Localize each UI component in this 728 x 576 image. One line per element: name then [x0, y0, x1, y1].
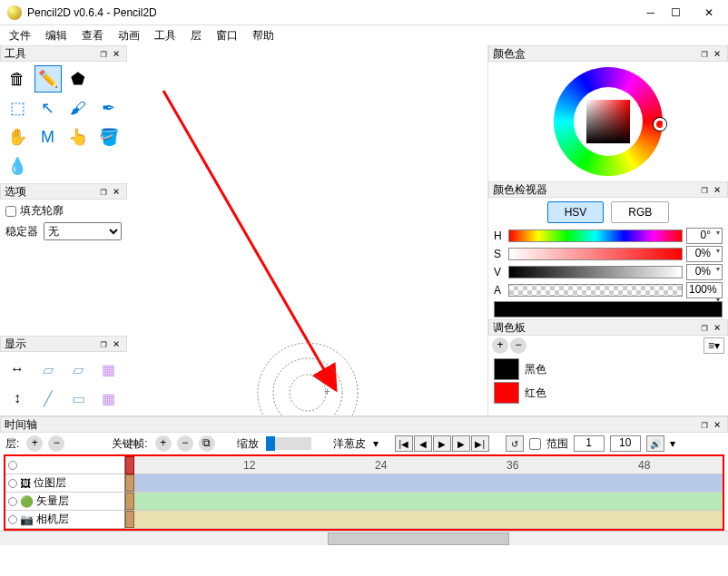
playhead-icon[interactable]	[125, 456, 134, 474]
onion-next-icon[interactable]: ▱	[64, 356, 92, 383]
mirror-v-icon[interactable]: ↕	[4, 385, 31, 412]
sat-slider[interactable]	[508, 248, 683, 260]
goto-start-button[interactable]: |◀	[395, 435, 413, 452]
menu-file[interactable]: 文件	[4, 26, 36, 45]
hue-slider[interactable]	[508, 229, 683, 242]
track-lane[interactable]	[125, 493, 723, 511]
duplicate-keyframe-button[interactable]: ⧉	[199, 435, 215, 452]
onion-prev-icon[interactable]: ▱	[34, 356, 62, 383]
sound-button[interactable]: 🔊	[646, 435, 664, 452]
goto-end-button[interactable]: ▶|	[471, 435, 489, 452]
visibility-icon[interactable]	[8, 497, 17, 506]
track-row[interactable]: 🟢矢量层	[5, 493, 124, 511]
sound-dropdown-icon[interactable]: ▾	[670, 437, 675, 450]
grid-icon[interactable]: ▦	[95, 356, 123, 383]
undock-icon[interactable]: ❐	[97, 337, 110, 350]
track-lane[interactable]	[125, 474, 723, 493]
pencil-tool[interactable]: ✏️	[34, 65, 62, 93]
prev-frame-button[interactable]: ◀	[414, 435, 432, 452]
range-checkbox[interactable]	[529, 438, 541, 450]
visibility-icon[interactable]	[8, 479, 17, 488]
tab-rgb[interactable]: RGB	[611, 201, 669, 223]
track-row[interactable]: 📷相机层	[5, 511, 124, 529]
menu-animation[interactable]: 动画	[113, 26, 145, 45]
undock-icon[interactable]: ❐	[698, 418, 711, 431]
close-button[interactable]: ✕	[697, 6, 721, 19]
overlay-icon[interactable]: ▦	[95, 385, 123, 412]
minimize-button[interactable]: ─	[646, 6, 654, 19]
hue-value[interactable]: 0°	[686, 228, 723, 244]
keyframe-icon[interactable]	[125, 493, 134, 510]
undock-icon[interactable]: ❐	[97, 47, 110, 60]
track-header-row[interactable]	[5, 456, 124, 474]
undock-icon[interactable]: ❐	[698, 183, 711, 196]
timeline-scrollbar[interactable]	[0, 531, 728, 545]
timeline-zoom-slider[interactable]	[266, 437, 311, 450]
loop-button[interactable]: ↺	[506, 435, 524, 452]
bucket-tool[interactable]: 🪣	[95, 123, 123, 151]
stabilizer-select[interactable]: 无	[44, 222, 122, 240]
sat-value[interactable]: 0%	[686, 246, 723, 262]
polyline-tool[interactable]: M	[34, 123, 62, 151]
keyframe-icon[interactable]	[125, 511, 134, 528]
remove-layer-button[interactable]: −	[48, 435, 64, 452]
add-keyframe-button[interactable]: +	[155, 435, 172, 452]
close-panel-icon[interactable]: ×	[110, 185, 123, 198]
close-panel-icon[interactable]: ×	[711, 418, 723, 431]
blank-tool[interactable]	[95, 65, 123, 93]
close-panel-icon[interactable]: ×	[110, 337, 123, 350]
palette-item[interactable]: 红色	[492, 381, 724, 405]
thin-lines-icon[interactable]: ╱	[34, 385, 62, 412]
val-value[interactable]: 0%	[686, 264, 723, 280]
eyedropper-tool[interactable]: 💧	[4, 152, 31, 180]
track-lane[interactable]	[125, 511, 723, 529]
undock-icon[interactable]: ❐	[698, 47, 711, 60]
smudge-tool[interactable]: 👆	[64, 123, 92, 151]
track-row[interactable]: 🖼位图层	[5, 474, 124, 493]
close-panel-icon[interactable]: ×	[711, 183, 723, 196]
keyframe-icon[interactable]	[125, 474, 134, 492]
close-panel-icon[interactable]: ×	[110, 47, 123, 60]
hue-handle-icon[interactable]	[654, 118, 666, 131]
pen-tool[interactable]: ✒	[95, 94, 123, 122]
fill-outline-checkbox[interactable]: 填充轮廓	[5, 203, 122, 219]
select-tool[interactable]: ⬚	[4, 94, 31, 122]
remove-keyframe-button[interactable]: −	[177, 435, 193, 452]
canvas[interactable]: +	[127, 45, 488, 415]
palette-item[interactable]: 黑色	[492, 357, 724, 381]
alpha-value[interactable]: 100%	[686, 282, 723, 298]
menu-help[interactable]: 帮助	[247, 26, 280, 45]
next-frame-button[interactable]: ▶	[452, 435, 470, 452]
play-button[interactable]: ▶	[433, 435, 451, 452]
hand-tool[interactable]: ✋	[4, 123, 31, 151]
brush-tool[interactable]: 🖌	[64, 94, 92, 122]
close-panel-icon[interactable]: ×	[711, 321, 723, 334]
add-color-button[interactable]: +	[492, 337, 508, 354]
undock-icon[interactable]: ❐	[698, 321, 711, 334]
range-start-field[interactable]: 1	[574, 435, 605, 452]
eraser-tool[interactable]: ⬟	[64, 65, 92, 93]
clear-tool[interactable]: 🗑	[4, 65, 31, 93]
menu-window[interactable]: 窗口	[211, 26, 243, 45]
visibility-icon[interactable]	[8, 515, 17, 524]
color-wheel[interactable]	[488, 62, 728, 181]
visibility-icon[interactable]	[8, 461, 17, 470]
menu-tools[interactable]: 工具	[149, 26, 182, 45]
onion-dropdown-icon[interactable]: ▾	[373, 437, 379, 450]
undock-icon[interactable]: ❐	[97, 185, 110, 198]
palette-menu-icon[interactable]: ≡▾	[703, 337, 724, 354]
val-slider[interactable]	[508, 266, 683, 278]
alpha-slider[interactable]	[508, 284, 683, 297]
menu-view[interactable]: 查看	[76, 26, 109, 45]
tab-hsv[interactable]: HSV	[547, 201, 605, 223]
maximize-button[interactable]: ☐	[671, 6, 681, 19]
remove-color-button[interactable]: −	[510, 337, 526, 354]
menu-edit[interactable]: 编辑	[40, 26, 73, 45]
range-end-field[interactable]: 10	[610, 435, 641, 452]
move-tool[interactable]: ↖	[34, 94, 62, 122]
timeline-ruler[interactable]: 12 24 36 48	[125, 456, 723, 474]
close-panel-icon[interactable]: ×	[711, 47, 723, 60]
mirror-h-icon[interactable]: ↔	[4, 356, 31, 383]
add-layer-button[interactable]: +	[26, 435, 43, 452]
menu-layer[interactable]: 层	[185, 26, 207, 45]
